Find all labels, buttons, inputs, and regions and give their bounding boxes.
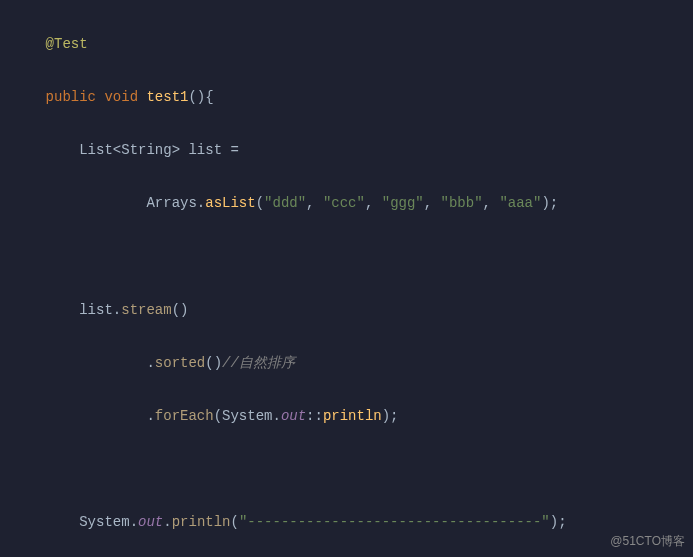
code-line: list.stream() <box>12 297 681 324</box>
class-system: System <box>222 408 272 424</box>
code-line: public void test1(){ <box>12 84 681 111</box>
string-literal: "bbb" <box>441 195 483 211</box>
method-aslist: asList <box>205 195 255 211</box>
string-literal: "aaa" <box>499 195 541 211</box>
class-system: System <box>79 514 129 530</box>
code-line: System.out.println("--------------------… <box>12 509 681 536</box>
method-stream: stream <box>121 302 171 318</box>
keyword-public: public <box>46 89 96 105</box>
field-out: out <box>138 514 163 530</box>
class-arrays: Arrays <box>146 195 196 211</box>
type-list: List <box>79 142 113 158</box>
comment: //自然排序 <box>222 355 295 371</box>
method-sorted: sorted <box>155 355 205 371</box>
code-line: Arrays.asList("ddd", "ccc", "ggg", "bbb"… <box>12 190 681 217</box>
annotation: @Test <box>46 36 88 52</box>
code-line: List<String> list = <box>12 137 681 164</box>
string-literal: "ddd" <box>264 195 306 211</box>
var-list: list <box>188 142 222 158</box>
code-block: @Test public void test1(){ List<String> … <box>0 0 693 557</box>
code-line: @Test <box>12 31 681 58</box>
string-literal: "-----------------------------------" <box>239 514 550 530</box>
method-name: test1 <box>146 89 188 105</box>
method-println: println <box>172 514 231 530</box>
field-out: out <box>281 408 306 424</box>
var-list: list <box>79 302 113 318</box>
type-string: String <box>121 142 171 158</box>
code-line <box>12 456 681 483</box>
code-line: .forEach(System.out::println); <box>12 403 681 430</box>
method-println: println <box>323 408 382 424</box>
watermark: @51CTO博客 <box>610 530 685 553</box>
code-line: .sorted()//自然排序 <box>12 350 681 377</box>
code-line <box>12 243 681 270</box>
string-literal: "ggg" <box>382 195 424 211</box>
string-literal: "ccc" <box>323 195 365 211</box>
method-foreach: forEach <box>155 408 214 424</box>
keyword-void: void <box>104 89 138 105</box>
